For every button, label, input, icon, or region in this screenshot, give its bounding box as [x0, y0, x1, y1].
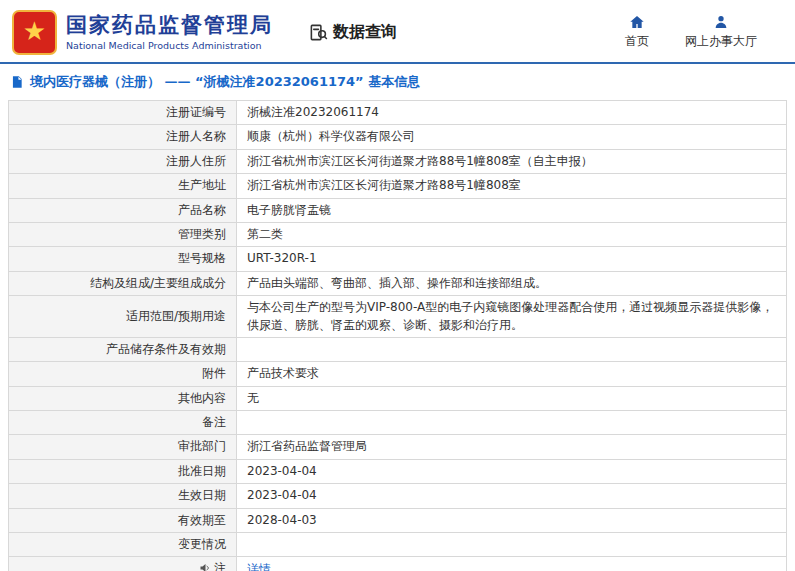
document-icon [10, 75, 24, 89]
speaker-icon [199, 562, 211, 571]
nav-home[interactable]: 首页 [625, 14, 649, 50]
page: ★ 国家药品监督管理局 National Medical Products Ad… [0, 0, 795, 571]
field-label: 附件 [9, 362, 237, 386]
field-label: 适用范围/预期用途 [9, 296, 237, 338]
data-query-icon [309, 23, 328, 42]
table-row: 注册人住所浙江省杭州市滨江区长河街道聚才路88号1幢808室（自主申报） [9, 149, 787, 173]
nav-service-hall[interactable]: 网上办事大厅 [685, 14, 757, 50]
user-icon [713, 14, 729, 30]
field-label: 产品名称 [9, 198, 237, 222]
site-header: ★ 国家药品监督管理局 National Medical Products Ad… [0, 0, 795, 62]
detail-link[interactable]: 详情 [247, 562, 271, 571]
field-value: 第二类 [237, 222, 787, 246]
field-value: 浙江省药品监督管理局 [237, 435, 787, 459]
field-value: 顺康（杭州）科学仪器有限公司 [237, 125, 787, 149]
table-row: 附件产品技术要求 [9, 362, 787, 386]
field-value: 与本公司生产的型号为VIP-800-A型的电子内窥镜图像处理器配合使用，通过视频… [237, 296, 787, 338]
field-label: 产品储存条件及有效期 [9, 337, 237, 361]
field-value: URT-320R-1 [237, 247, 787, 271]
field-value: 电子膀胱肾盂镜 [237, 198, 787, 222]
page-title-text: 境内医疗器械（注册） —— “浙械注准20232061174” 基本信息 [30, 73, 420, 91]
field-label: 其他内容 [9, 386, 237, 410]
header-nav: 首页 网上办事大厅 [625, 14, 781, 50]
field-label: 生产地址 [9, 174, 237, 198]
field-value [237, 337, 787, 361]
field-label: 备注 [9, 411, 237, 435]
nav-home-label: 首页 [625, 33, 649, 50]
data-query-heading: 数据查询 [309, 22, 397, 43]
field-label: 批准日期 [9, 459, 237, 483]
table-row: 注详情 [9, 557, 787, 571]
field-label: 结构及组成/主要组成成分 [9, 271, 237, 295]
table-row: 生产地址浙江省杭州市滨江区长河街道聚才路88号1幢808室 [9, 174, 787, 198]
table-row: 生效日期2023-04-04 [9, 484, 787, 508]
field-value: 2028-04-03 [237, 508, 787, 532]
field-value: 产品技术要求 [237, 362, 787, 386]
table-row: 备注 [9, 411, 787, 435]
table-row: 批准日期2023-04-04 [9, 459, 787, 483]
table-row: 型号规格URT-320R-1 [9, 247, 787, 271]
national-emblem-logo: ★ [12, 10, 57, 55]
nmpa-brand: ★ 国家药品监督管理局 National Medical Products Ad… [12, 10, 273, 55]
field-label: 注册证编号 [9, 101, 237, 125]
home-icon [629, 14, 645, 30]
field-value: 产品由头端部、弯曲部、插入部、操作部和连接部组成。 [237, 271, 787, 295]
table-row: 注册人名称顺康（杭州）科学仪器有限公司 [9, 125, 787, 149]
section-title-label: 数据查询 [333, 22, 397, 43]
field-value: 2023-04-04 [237, 484, 787, 508]
info-table-body: 注册证编号浙械注准20232061174注册人名称顺康（杭州）科学仪器有限公司注… [9, 101, 787, 571]
field-value: 2023-04-04 [237, 459, 787, 483]
table-row: 有效期至2028-04-03 [9, 508, 787, 532]
field-value [237, 533, 787, 557]
org-name-en: National Medical Products Administration [66, 40, 273, 51]
nav-service-hall-label: 网上办事大厅 [685, 33, 757, 50]
table-row: 注册证编号浙械注准20232061174 [9, 101, 787, 125]
field-label: 生效日期 [9, 484, 237, 508]
table-row: 产品名称电子膀胱肾盂镜 [9, 198, 787, 222]
table-row: 变更情况 [9, 533, 787, 557]
emblem-star-icon: ★ [23, 18, 46, 44]
table-row: 产品储存条件及有效期 [9, 337, 787, 361]
page-title: 境内医疗器械（注册） —— “浙械注准20232061174” 基本信息 [0, 64, 795, 99]
field-label: 变更情况 [9, 533, 237, 557]
table-row: 适用范围/预期用途与本公司生产的型号为VIP-800-A型的电子内窥镜图像处理器… [9, 296, 787, 338]
field-label: 注 [9, 557, 237, 571]
field-label: 注册人住所 [9, 149, 237, 173]
field-label: 管理类别 [9, 222, 237, 246]
table-row: 结构及组成/主要组成成分产品由头端部、弯曲部、插入部、操作部和连接部组成。 [9, 271, 787, 295]
field-value: 浙江省杭州市滨江区长河街道聚才路88号1幢808室（自主申报） [237, 149, 787, 173]
field-label: 有效期至 [9, 508, 237, 532]
field-value: 浙江省杭州市滨江区长河街道聚才路88号1幢808室 [237, 174, 787, 198]
field-label: 型号规格 [9, 247, 237, 271]
field-label: 注册人名称 [9, 125, 237, 149]
field-value: 浙械注准20232061174 [237, 101, 787, 125]
registration-info-table: 注册证编号浙械注准20232061174注册人名称顺康（杭州）科学仪器有限公司注… [8, 100, 787, 571]
field-value: 详情 [237, 557, 787, 571]
field-value: 无 [237, 386, 787, 410]
brand-text: 国家药品监督管理局 National Medical Products Admi… [66, 13, 273, 50]
org-name-cn: 国家药品监督管理局 [66, 13, 273, 37]
field-label: 审批部门 [9, 435, 237, 459]
table-row: 其他内容无 [9, 386, 787, 410]
table-row: 审批部门浙江省药品监督管理局 [9, 435, 787, 459]
field-value [237, 411, 787, 435]
table-row: 管理类别第二类 [9, 222, 787, 246]
